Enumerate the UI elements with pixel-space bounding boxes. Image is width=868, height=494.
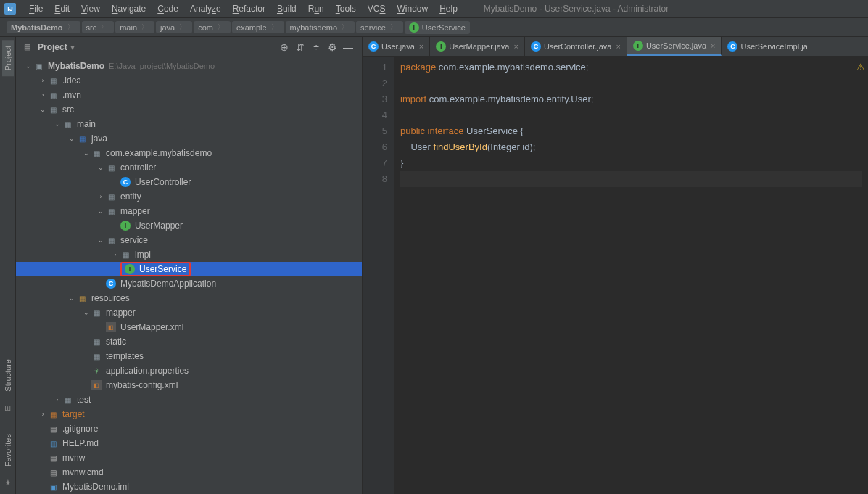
crumb-com[interactable]: com〉 (194, 21, 231, 33)
menu-vcs[interactable]: VCS (362, 0, 392, 17)
crumb-userservice[interactable]: IUserService (405, 21, 470, 34)
locate-icon[interactable]: ⊕ (276, 39, 292, 55)
tab-userserviceimpl[interactable]: CUserServiceImpl.ja (722, 37, 814, 56)
class-icon: C (120, 177, 131, 187)
interface-icon: I (125, 264, 135, 274)
tree-idea[interactable]: ▦.idea (16, 73, 362, 88)
close-icon[interactable]: × (711, 41, 715, 50)
expand-icon[interactable]: ⇵ (292, 39, 308, 55)
tree-mapper[interactable]: ▦mapper (16, 204, 362, 218)
package-icon: ▦ (120, 250, 131, 260)
tree-gitignore[interactable]: ▤.gitignore (16, 421, 362, 436)
gutter-project-tab[interactable]: Project (2, 40, 14, 76)
tree-mvn[interactable]: ▦.mvn (16, 88, 362, 102)
menu-navigate[interactable]: Navigate (106, 0, 152, 17)
crumb-java[interactable]: java〉 (156, 21, 192, 33)
crumb-mybatisdemo[interactable]: mybatisdemo〉 (286, 21, 355, 33)
warning-icon[interactable]: ⚠ (856, 59, 865, 75)
menu-help[interactable]: Help (434, 0, 463, 17)
interface-icon: I (409, 22, 419, 33)
crumb-service[interactable]: service〉 (356, 21, 403, 33)
tree-impl[interactable]: ▦impl (16, 247, 362, 262)
tree-mvnwcmd[interactable]: ▤mvnw.cmd (16, 465, 362, 479)
panel-title[interactable]: Project (38, 42, 67, 52)
folder-icon: ▦ (91, 337, 102, 347)
tree-mapper2[interactable]: ▦mapper (16, 305, 362, 320)
package-icon: ▦ (106, 235, 116, 245)
menu-file[interactable]: File (23, 0, 49, 17)
package-icon: ▦ (106, 162, 116, 173)
tree-mybatiscfg[interactable]: ◧mybatis-config.xml (16, 378, 362, 392)
app-icon: IJ (4, 3, 16, 15)
tree-static[interactable]: ▦static (16, 334, 362, 349)
folder-icon: ▣ (33, 61, 44, 71)
code-editor[interactable]: 12345678 ⚠ package com.example.mybatisde… (363, 57, 868, 494)
breadcrumb-bar: MybatisDemo〉 src〉 main〉 java〉 com〉 examp… (0, 17, 868, 37)
folder-icon: ▦ (48, 90, 58, 100)
tree-java[interactable]: ▦java (16, 131, 362, 146)
tree-app[interactable]: CMybatisDemoApplication (16, 276, 362, 291)
tab-user[interactable]: CUser.java× (363, 37, 430, 56)
tree-service[interactable]: ▦service (16, 233, 362, 247)
hide-icon[interactable]: — (340, 39, 356, 55)
project-panel: ▤ Project ▾ ⊕ ⇵ ÷ ⚙ — ▣MybatisDemoE:\Jav… (16, 37, 363, 494)
close-icon[interactable]: × (513, 42, 518, 51)
tree-test[interactable]: ▦test (16, 392, 362, 407)
tree-userservice[interactable]: IUserService (16, 262, 362, 276)
menu-view[interactable]: View (75, 0, 106, 17)
crumb-src[interactable]: src〉 (82, 21, 115, 33)
star-icon: ★ (3, 478, 13, 488)
tree-iml[interactable]: ▣MybatisDemo.iml (16, 479, 362, 494)
menu-analyze[interactable]: Analyze (184, 0, 227, 17)
tree-appprops[interactable]: ⚘application.properties (16, 363, 362, 378)
panel-dropdown-icon[interactable]: ▾ (70, 42, 75, 52)
gutter-favorites-tab[interactable]: Favorites (2, 428, 14, 472)
class-icon: C (727, 41, 737, 52)
class-icon: C (368, 41, 379, 52)
gutter-structure-tab[interactable]: Structure (2, 353, 14, 398)
tree-usercontroller[interactable]: CUserController (16, 175, 362, 189)
tree-main[interactable]: ▦main (16, 117, 362, 131)
tab-usercontroller[interactable]: CUserController.java× (525, 37, 627, 56)
menu-build[interactable]: Build (271, 0, 302, 17)
folder-src-icon: ▦ (77, 133, 87, 144)
iml-icon: ▣ (48, 482, 58, 492)
tree-resources[interactable]: ▦resources (16, 291, 362, 305)
tree-help[interactable]: ▥HELP.md (16, 436, 362, 450)
menu-edit[interactable]: Edit (49, 0, 75, 17)
tree-target[interactable]: ▦target (16, 407, 362, 421)
code-body[interactable]: ⚠ package com.example.mybatisdemo.servic… (394, 57, 868, 494)
tree-pkg[interactable]: ▦com.example.mybatisdemo (16, 146, 362, 160)
resources-icon: ▦ (77, 293, 87, 303)
package-icon: ▦ (106, 206, 116, 216)
tree-usermapper-xml[interactable]: ◧UserMapper.xml (16, 320, 362, 334)
project-tree[interactable]: ▣MybatisDemoE:\Java_project\MybatisDemo … (16, 57, 362, 494)
interface-icon: I (633, 41, 643, 51)
tree-entity[interactable]: ▦entity (16, 189, 362, 204)
tree-templates[interactable]: ▦templates (16, 349, 362, 363)
crumb-example[interactable]: example〉 (232, 21, 284, 33)
tree-controller[interactable]: ▦controller (16, 160, 362, 175)
menu-run[interactable]: Run (302, 0, 330, 17)
tree-usermapper[interactable]: IUserMapper (16, 218, 362, 233)
xml-icon: ◧ (91, 380, 102, 390)
structure-icon: ⊞ (3, 403, 13, 413)
crumb-project[interactable]: MybatisDemo〉 (7, 21, 80, 33)
tree-src[interactable]: ▦src (16, 102, 362, 117)
close-icon[interactable]: × (616, 42, 620, 51)
tab-userservice[interactable]: IUserService.java× (627, 37, 722, 56)
collapse-icon[interactable]: ÷ (308, 39, 324, 55)
package-icon: ▦ (106, 192, 116, 202)
crumb-main[interactable]: main〉 (115, 21, 154, 33)
line-gutter: 12345678 (363, 57, 394, 494)
tree-root[interactable]: ▣MybatisDemoE:\Java_project\MybatisDemo (16, 59, 362, 73)
settings-gear-icon[interactable]: ⚙ (324, 39, 340, 55)
close-icon[interactable]: × (419, 42, 423, 51)
tab-usermapper[interactable]: IUserMapper.java× (430, 37, 525, 56)
folder-icon: ▦ (48, 75, 58, 86)
menu-window[interactable]: Window (391, 0, 434, 17)
menu-code[interactable]: Code (152, 0, 184, 17)
menu-refactor[interactable]: Refactor (227, 0, 271, 17)
menu-tools[interactable]: Tools (330, 0, 362, 17)
tree-mvnw[interactable]: ▤mvnw (16, 450, 362, 465)
